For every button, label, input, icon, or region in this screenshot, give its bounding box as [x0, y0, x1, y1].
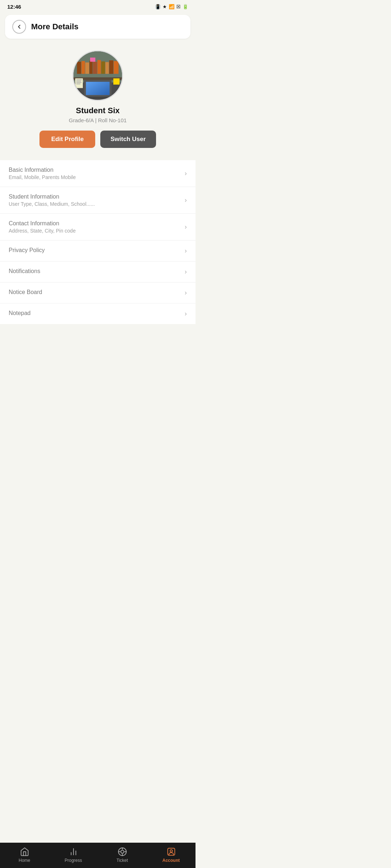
- chevron-right-icon-2: ›: [185, 223, 187, 231]
- avatar: [72, 50, 123, 101]
- menu-item-title-2: Contact Information: [9, 220, 76, 227]
- chevron-right-icon-5: ›: [185, 289, 187, 297]
- menu-item-title-3: Privacy Policy: [9, 247, 45, 254]
- menu-item-1[interactable]: Student InformationUser Type, Class, Med…: [0, 187, 196, 214]
- svg-rect-4: [85, 63, 89, 74]
- status-bar: 12:46 📳 ★ 📶 ☒ 🔋: [0, 0, 196, 12]
- menu-item-title-4: Notifications: [9, 268, 40, 275]
- svg-rect-12: [90, 58, 95, 61]
- svg-rect-3: [81, 61, 85, 74]
- signal-icon: ☒: [176, 4, 181, 9]
- svg-rect-20: [76, 81, 81, 81]
- status-icons: 📳 ★ 📶 ☒ 🔋: [155, 4, 188, 9]
- svg-rect-9: [105, 62, 109, 74]
- chevron-right-icon-3: ›: [185, 247, 187, 255]
- svg-rect-23: [113, 78, 119, 85]
- page-title: More Details: [31, 22, 79, 31]
- chevron-right-icon-1: ›: [185, 196, 187, 204]
- menu-item-6[interactable]: Notepad›: [0, 303, 196, 324]
- header: More Details: [5, 15, 190, 39]
- svg-rect-10: [109, 60, 113, 74]
- chevron-right-icon-0: ›: [185, 170, 187, 177]
- svg-rect-16: [86, 82, 109, 95]
- svg-rect-17: [80, 97, 115, 99]
- svg-rect-2: [77, 62, 81, 74]
- chevron-right-icon-4: ›: [185, 268, 187, 276]
- action-buttons: Edit Profile Switch User: [39, 131, 156, 148]
- svg-rect-7: [97, 60, 101, 74]
- menu-item-2[interactable]: Contact InformationAddress, State, City,…: [0, 214, 196, 241]
- menu-list: Basic InformationEmail, Mobile, Parents …: [0, 160, 196, 324]
- student-name: Student Six: [76, 106, 119, 115]
- edit-profile-button[interactable]: Edit Profile: [39, 131, 95, 148]
- menu-item-title-0: Basic Information: [9, 167, 76, 173]
- status-time: 12:46: [7, 4, 21, 10]
- back-button[interactable]: [12, 20, 26, 34]
- menu-item-5[interactable]: Notice Board›: [0, 282, 196, 303]
- svg-rect-11: [114, 61, 118, 74]
- menu-item-title-1: Student Information: [9, 193, 95, 200]
- menu-item-3[interactable]: Privacy Policy›: [0, 241, 196, 261]
- wifi-icon: 📶: [169, 4, 175, 9]
- battery-icon: 🔋: [182, 4, 188, 9]
- chevron-right-icon-6: ›: [185, 310, 187, 318]
- vibrate-icon: 📳: [155, 4, 161, 9]
- menu-item-subtitle-2: Address, State, City, Pin code: [9, 228, 76, 234]
- menu-item-subtitle-0: Email, Mobile, Parents Mobile: [9, 174, 76, 180]
- svg-rect-5: [89, 61, 93, 74]
- svg-rect-8: [101, 61, 105, 74]
- menu-item-title-6: Notepad: [9, 310, 31, 316]
- menu-item-0[interactable]: Basic InformationEmail, Mobile, Parents …: [0, 160, 196, 187]
- menu-item-subtitle-1: User Type, Class, Medium, School......: [9, 201, 95, 207]
- svg-rect-6: [93, 62, 97, 74]
- bluetooth-icon: ★: [163, 4, 167, 9]
- switch-user-button[interactable]: Switch User: [100, 131, 156, 148]
- svg-rect-21: [76, 82, 81, 83]
- student-grade-roll: Grade-6/A | Roll No-101: [69, 117, 127, 123]
- menu-item-4[interactable]: Notifications›: [0, 261, 196, 282]
- svg-rect-19: [76, 80, 82, 80]
- profile-section: Student Six Grade-6/A | Roll No-101 Edit…: [0, 42, 196, 155]
- menu-item-title-5: Notice Board: [9, 289, 42, 295]
- svg-rect-22: [76, 84, 80, 84]
